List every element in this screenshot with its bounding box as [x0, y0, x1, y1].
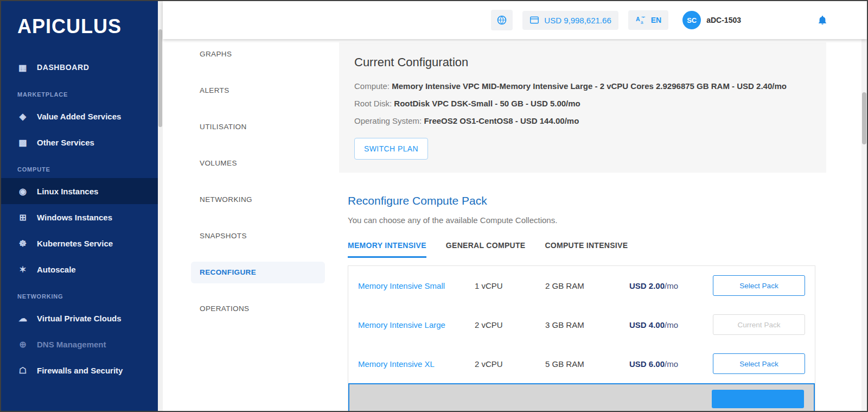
- page-scrollbar-thumb[interactable]: [862, 92, 866, 144]
- linux-instances-icon: ◉: [17, 186, 28, 197]
- language-code: EN: [651, 16, 661, 24]
- wallet-icon: [529, 16, 539, 24]
- select-pack-button[interactable]: [712, 390, 804, 408]
- kubernetes-icon: ☸: [17, 238, 28, 249]
- tab-general-compute[interactable]: GENERAL COMPUTE: [446, 241, 526, 258]
- os-value: FreeOS2 OS1-CentOS8 - USD 144.00/mo: [424, 116, 579, 125]
- pack-ram: 3 GB RAM: [545, 320, 629, 329]
- sidebar-item-label: Firewalls and Security: [37, 366, 123, 375]
- table-row-partial-selected[interactable]: [348, 383, 815, 411]
- vpc-icon: ☁: [17, 313, 28, 324]
- pack-name-link[interactable]: Memory Intensive XL: [358, 359, 475, 369]
- sidebar-item-label: Other Services: [37, 138, 94, 147]
- pack-ram: 2 GB RAM: [545, 281, 629, 290]
- select-pack-button[interactable]: Select Pack: [713, 275, 805, 296]
- table-row: Memory Intensive Small 1 vCPU 2 GB RAM U…: [348, 266, 815, 305]
- app-window: APICULUS ▦ DASHBOARD MARKETPLACE ◈ Value…: [0, 0, 868, 412]
- root-disk-label: Root Disk:: [354, 99, 394, 108]
- pack-price-per: /mo: [665, 359, 678, 369]
- table-row: Memory Intensive Large 2 vCPU 3 GB RAM U…: [348, 305, 815, 344]
- windows-instances-icon: ⊞: [17, 212, 28, 223]
- subnav-item-snapshots[interactable]: SNAPSHOTS: [191, 225, 325, 247]
- current-configuration-panel: Current Configuration Compute: Memory In…: [339, 42, 826, 173]
- pack-price: USD 6.00/mo: [629, 359, 713, 369]
- dns-icon: ⊕: [17, 339, 28, 350]
- pack-price: USD 4.00/mo: [629, 320, 713, 329]
- subnav-item-reconfigure[interactable]: RECONFIGURE: [191, 262, 325, 283]
- sidebar-item-label: Value Added Services: [37, 112, 121, 121]
- sidebar-section-networking: NETWORKING: [1, 282, 158, 305]
- account-name: aDC-1503: [706, 16, 741, 24]
- sidebar-section-marketplace: MARKETPLACE: [1, 80, 158, 103]
- topbar: USD 9,998,621.66 A a EN SC aDC-1503: [163, 1, 867, 39]
- reconfigure-page: Current Configuration Compute: Memory In…: [326, 39, 867, 411]
- instance-subnav: GRAPHS ALERTS UTILISATION VOLUMES NETWOR…: [163, 39, 326, 411]
- brand-logo: APICULUS: [1, 1, 158, 52]
- sidebar-item-kubernetes-service[interactable]: ☸ Kubernetes Service: [1, 230, 158, 256]
- sidebar-item-label: DASHBOARD: [37, 63, 89, 72]
- current-configuration-title: Current Configuration: [354, 55, 811, 69]
- value-added-services-icon: ◈: [17, 111, 28, 122]
- pack-price-per: /mo: [665, 281, 678, 290]
- inner-scrollbar-thumb[interactable]: [158, 29, 162, 127]
- pack-name-link[interactable]: Memory Intensive Small: [358, 281, 475, 290]
- pack-name-link[interactable]: Memory Intensive Large: [358, 320, 475, 329]
- subnav-item-graphs[interactable]: GRAPHS: [191, 43, 325, 65]
- other-services-icon: ▩: [17, 137, 28, 148]
- sidebar-item-label: Linux Instances: [37, 187, 98, 196]
- sidebar-item-linux-instances[interactable]: ◉ Linux Instances: [1, 178, 158, 204]
- sidebar-item-dashboard[interactable]: ▦ DASHBOARD: [1, 54, 158, 80]
- tab-memory-intensive[interactable]: MEMORY INTENSIVE: [348, 241, 426, 258]
- support-globe-button[interactable]: [491, 10, 513, 30]
- autoscale-icon: ✶: [17, 264, 28, 275]
- globe-icon: [496, 15, 507, 26]
- select-pack-button[interactable]: Select Pack: [713, 353, 805, 374]
- sidebar-item-label: DNS Management: [37, 340, 106, 349]
- sidebar-item-firewalls-and-security[interactable]: ☖ Firewalls and Security: [1, 357, 158, 383]
- inner-scrollbar[interactable]: [158, 1, 163, 411]
- shield-icon: ☖: [17, 365, 28, 376]
- sidebar-item-label: Kubernetes Service: [37, 239, 113, 248]
- switch-plan-button[interactable]: SWITCH PLAN: [354, 138, 428, 160]
- sidebar-item-dns-management[interactable]: ⊕ DNS Management: [1, 331, 158, 357]
- profile-menu[interactable]: SC aDC-1503: [682, 11, 741, 29]
- notifications-button[interactable]: [817, 14, 828, 26]
- compute-collection-tabs: MEMORY INTENSIVE GENERAL COMPUTE COMPUTE…: [348, 241, 867, 258]
- pack-cpu: 2 vCPU: [475, 359, 545, 369]
- avatar: SC: [682, 11, 701, 29]
- subnav-item-networking[interactable]: NETWORKING: [191, 189, 325, 211]
- reconfigure-title: Reconfigure Compute Pack: [348, 194, 867, 207]
- compute-config-row: Compute: Memory Intensive VPC MID-Memory…: [354, 81, 811, 91]
- reconfigure-subtitle: You can choose any of the available Comp…: [348, 215, 867, 225]
- pack-price: USD 2.00/mo: [629, 281, 713, 290]
- subnav-item-utilisation[interactable]: UTILISATION: [191, 116, 325, 138]
- sidebar-item-virtual-private-clouds[interactable]: ☁ Virtual Private Clouds: [1, 305, 158, 331]
- svg-text:a: a: [641, 20, 643, 25]
- sidebar-item-label: Autoscale: [37, 265, 76, 274]
- sidebar-section-compute: COMPUTE: [1, 155, 158, 178]
- sidebar-item-windows-instances[interactable]: ⊞ Windows Instances: [1, 204, 158, 230]
- pack-cpu: 2 vCPU: [475, 320, 545, 329]
- table-row: Memory Intensive XL 2 vCPU 5 GB RAM USD …: [348, 344, 815, 383]
- sidebar-item-label: Virtual Private Clouds: [37, 314, 122, 323]
- subnav-item-volumes[interactable]: VOLUMES: [191, 153, 325, 174]
- svg-text:A: A: [636, 16, 640, 22]
- tab-compute-intensive[interactable]: COMPUTE INTENSIVE: [545, 241, 628, 258]
- sidebar-item-other-services[interactable]: ▩ Other Services: [1, 129, 158, 155]
- balance-button[interactable]: USD 9,998,621.66: [522, 11, 618, 30]
- subnav-item-operations[interactable]: OPERATIONS: [191, 298, 325, 320]
- current-pack-button: Current Pack: [713, 314, 805, 335]
- subnav-item-alerts[interactable]: ALERTS: [191, 80, 325, 102]
- compute-value: Memory Intensive VPC MID-Memory Intensiv…: [392, 81, 787, 91]
- bell-icon: [817, 14, 828, 26]
- pack-cpu: 1 vCPU: [475, 281, 545, 290]
- sidebar-item-value-added-services[interactable]: ◈ Value Added Services: [1, 103, 158, 129]
- translate-icon: A a: [635, 15, 646, 25]
- language-button[interactable]: A a EN: [628, 10, 668, 30]
- os-label: Operating System:: [354, 116, 424, 125]
- sidebar-item-autoscale[interactable]: ✶ Autoscale: [1, 256, 158, 282]
- pack-price-per: /mo: [665, 320, 678, 329]
- page-scrollbar[interactable]: [861, 39, 867, 411]
- sidebar-item-label: Windows Instances: [37, 213, 112, 222]
- os-config-row: Operating System: FreeOS2 OS1-CentOS8 - …: [354, 116, 811, 125]
